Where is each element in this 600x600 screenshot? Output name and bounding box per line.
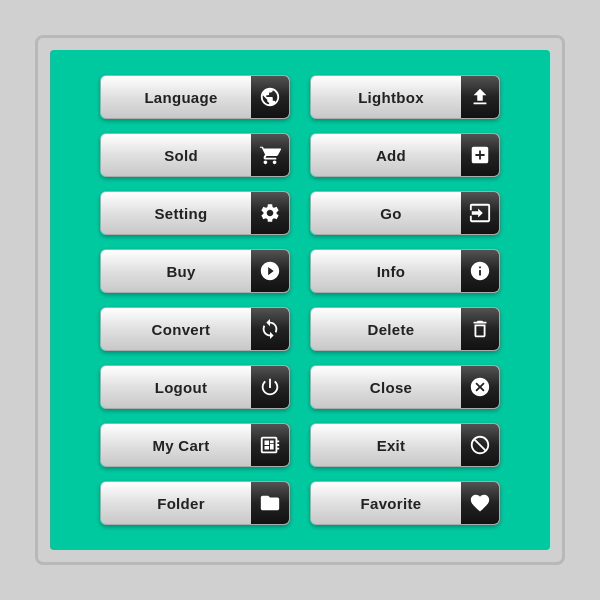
delete-label: Delete xyxy=(311,321,461,338)
exit-label: Exit xyxy=(311,437,461,454)
language-button[interactable]: Language xyxy=(100,75,290,119)
language-label: Language xyxy=(101,89,251,106)
folder-icon xyxy=(251,481,289,525)
buy-icon xyxy=(251,249,289,293)
lightbox-button[interactable]: Lightbox xyxy=(310,75,500,119)
sold-button[interactable]: Sold xyxy=(100,133,290,177)
add-button[interactable]: Add xyxy=(310,133,500,177)
convert-icon xyxy=(251,307,289,351)
buy-button[interactable]: Buy xyxy=(100,249,290,293)
go-button[interactable]: Go xyxy=(310,191,500,235)
favorite-label: Favorite xyxy=(311,495,461,512)
add-label: Add xyxy=(311,147,461,164)
globe-icon xyxy=(251,75,289,119)
setting-button[interactable]: Setting xyxy=(100,191,290,235)
mycart-label: My Cart xyxy=(101,437,251,454)
trash-icon xyxy=(461,307,499,351)
logout-button[interactable]: Logout xyxy=(100,365,290,409)
mycart-button[interactable]: My Cart xyxy=(100,423,290,467)
setting-label: Setting xyxy=(101,205,251,222)
favorite-button[interactable]: Favorite xyxy=(310,481,500,525)
add-icon xyxy=(461,133,499,177)
close-button[interactable]: Close xyxy=(310,365,500,409)
buy-label: Buy xyxy=(101,263,251,280)
inner-panel: Language Lightbox Sold xyxy=(50,50,550,550)
close-circle-icon xyxy=(461,365,499,409)
go-label: Go xyxy=(311,205,461,222)
outer-frame: Language Lightbox Sold xyxy=(35,35,565,565)
exit-button[interactable]: Exit xyxy=(310,423,500,467)
info-button[interactable]: Info xyxy=(310,249,500,293)
info-icon xyxy=(461,249,499,293)
info-label: Info xyxy=(311,263,461,280)
heart-icon xyxy=(461,481,499,525)
folder-button[interactable]: Folder xyxy=(100,481,290,525)
upload-icon xyxy=(461,75,499,119)
sold-icon xyxy=(251,133,289,177)
delete-button[interactable]: Delete xyxy=(310,307,500,351)
exit-icon xyxy=(461,423,499,467)
gear-icon xyxy=(251,191,289,235)
mycart-icon xyxy=(251,423,289,467)
sold-label: Sold xyxy=(101,147,251,164)
login-icon xyxy=(461,191,499,235)
close-label: Close xyxy=(311,379,461,396)
convert-label: Convert xyxy=(101,321,251,338)
lightbox-label: Lightbox xyxy=(311,89,461,106)
folder-label: Folder xyxy=(101,495,251,512)
button-grid: Language Lightbox Sold xyxy=(80,55,520,545)
power-icon xyxy=(251,365,289,409)
logout-label: Logout xyxy=(101,379,251,396)
convert-button[interactable]: Convert xyxy=(100,307,290,351)
